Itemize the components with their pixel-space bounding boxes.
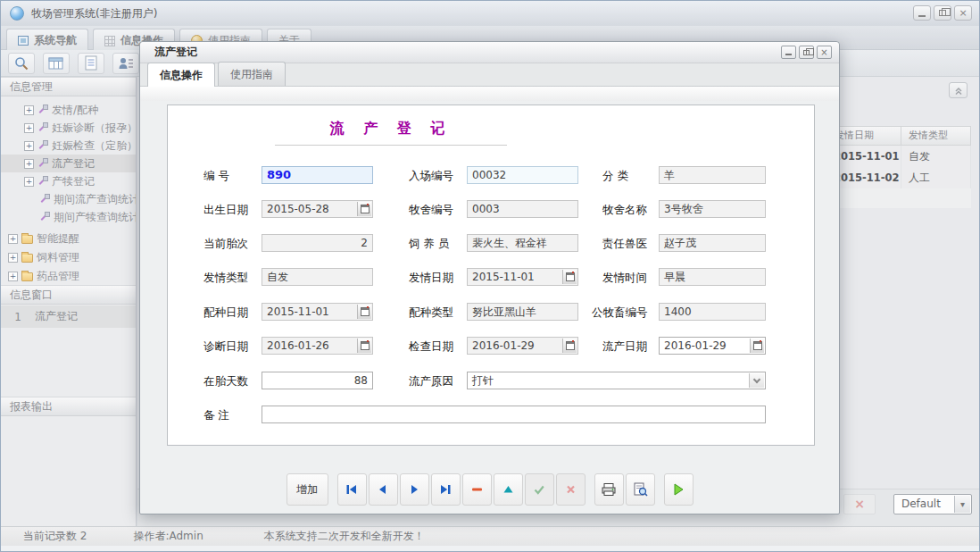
barn-no-field[interactable]: 0003 bbox=[467, 200, 578, 218]
tree-item-calving-query-stats[interactable]: 期间产犊查询统计 bbox=[1, 208, 136, 226]
add-button[interactable]: 增加 bbox=[287, 473, 328, 506]
column-header-estrus-type[interactable]: 发情类型 bbox=[901, 126, 971, 146]
style-combobox[interactable]: Default ▾ bbox=[893, 494, 972, 514]
window-title: 牧场管理系统(非注册用户) bbox=[31, 6, 157, 21]
dialog-close-button[interactable]: × bbox=[817, 46, 832, 59]
dialog-minimize-button[interactable] bbox=[781, 46, 796, 59]
dialog-restore-button[interactable] bbox=[799, 46, 814, 59]
tree-folder-smart-reminders[interactable]: + 智能提醒 bbox=[1, 230, 136, 247]
last-record-button[interactable] bbox=[431, 473, 461, 506]
table-row[interactable]: 2015-11-01 自发 bbox=[826, 146, 971, 167]
expand-icon[interactable]: + bbox=[24, 105, 34, 115]
info-window-list-item[interactable]: 1 流产登记 bbox=[1, 305, 136, 328]
tool-icon bbox=[39, 212, 50, 222]
gestation-days-field[interactable]: 88 bbox=[262, 372, 373, 389]
estrus-time-field[interactable]: 早晨 bbox=[659, 268, 766, 286]
print-button[interactable] bbox=[594, 473, 624, 506]
execute-button[interactable] bbox=[664, 473, 693, 506]
expand-icon[interactable]: + bbox=[24, 159, 34, 169]
user-list-button[interactable] bbox=[112, 53, 139, 74]
tree-item-abortion-query-stats[interactable]: 期间流产查询统计 bbox=[1, 190, 136, 208]
collapse-panel-button[interactable] bbox=[949, 82, 968, 98]
confirm-button[interactable] bbox=[525, 473, 554, 506]
expand-icon[interactable]: + bbox=[8, 253, 18, 263]
barn-name-field[interactable]: 3号牧舍 bbox=[659, 200, 766, 218]
previous-record-button[interactable] bbox=[369, 473, 398, 506]
entry-no-field[interactable]: 00032 bbox=[467, 166, 578, 184]
check-date-field[interactable]: 2016-01-29 bbox=[467, 337, 578, 355]
window-restore-button[interactable] bbox=[934, 5, 951, 21]
birth-date-field[interactable]: 2015-05-28 bbox=[262, 200, 373, 218]
last-record-icon bbox=[438, 483, 453, 496]
no-field[interactable]: 890 bbox=[262, 166, 373, 184]
window-titlebar: 牧场管理系统(非注册用户) × bbox=[1, 1, 979, 26]
tree-folder-drug-mgmt[interactable]: + 药品管理 bbox=[1, 267, 136, 285]
search-button[interactable] bbox=[8, 53, 35, 74]
first-record-button[interactable] bbox=[337, 473, 367, 506]
document-button[interactable] bbox=[78, 53, 104, 74]
table-row[interactable]: 2015-11-02 人工 bbox=[826, 167, 971, 188]
breeder-field[interactable]: 裴火生、程金祥 bbox=[467, 234, 578, 252]
tree-item-pregnancy-diagnosis[interactable]: + 妊娠诊断（报孕） bbox=[1, 119, 136, 137]
expand-icon[interactable]: + bbox=[24, 123, 34, 133]
tree-item-calving-registration[interactable]: + 产犊登记 bbox=[1, 172, 136, 190]
dropdown-arrow-button[interactable] bbox=[749, 373, 764, 388]
estrus-date-field[interactable]: 2015-11-01 bbox=[467, 268, 578, 286]
estrus-type-field[interactable]: 自发 bbox=[262, 268, 373, 286]
sidebar-section-report-output[interactable]: 报表输出 bbox=[1, 397, 136, 416]
parity-field[interactable]: 2 bbox=[262, 234, 373, 252]
expand-icon[interactable]: + bbox=[24, 141, 34, 151]
table-view-button[interactable] bbox=[43, 53, 70, 74]
breed-date-field[interactable]: 2015-11-01 bbox=[262, 303, 373, 321]
delete-record-button[interactable] bbox=[462, 473, 492, 506]
sidebar-section-info-window[interactable]: 信息窗口 bbox=[1, 285, 136, 305]
calendar-button[interactable] bbox=[750, 339, 764, 353]
printer-icon bbox=[601, 482, 617, 497]
expand-icon[interactable]: + bbox=[24, 177, 34, 187]
expand-icon[interactable]: + bbox=[8, 272, 18, 281]
tree-item-abortion-registration[interactable]: + 流产登记 bbox=[1, 155, 136, 172]
tree-item-estrus-breeding[interactable]: + 发情/配种 bbox=[1, 101, 136, 119]
tree-folder-feed-mgmt[interactable]: + 饲料管理 bbox=[1, 248, 136, 266]
category-field[interactable]: 羊 bbox=[659, 166, 766, 184]
tree-item-pregnancy-check[interactable]: + 妊娠检查（定胎） bbox=[1, 137, 136, 155]
window-minimize-button[interactable] bbox=[913, 5, 931, 21]
app-window: 牧场管理系统(非注册用户) × 系统导航 信息操作 使用指南 关于 bbox=[0, 0, 980, 552]
abortion-date-field[interactable]: 2016-01-29 bbox=[659, 337, 766, 355]
background-cancel-button[interactable]: × bbox=[843, 494, 876, 514]
expand-icon[interactable]: + bbox=[8, 234, 18, 244]
window-close-button[interactable]: × bbox=[954, 5, 972, 21]
ribbon-tab-label: 系统导航 bbox=[34, 33, 77, 48]
calendar-button[interactable] bbox=[562, 339, 577, 353]
calendar-button[interactable] bbox=[357, 305, 371, 319]
calendar-button[interactable] bbox=[357, 339, 371, 353]
field-value: 2015-05-28 bbox=[267, 203, 329, 215]
sidebar-section-info-mgmt[interactable]: 信息管理 bbox=[1, 77, 136, 96]
abortion-reason-dropdown[interactable]: 打针 bbox=[467, 372, 766, 389]
next-record-button[interactable] bbox=[400, 473, 429, 506]
diagnosis-date-field[interactable]: 2016-01-26 bbox=[262, 337, 373, 355]
calendar-button[interactable] bbox=[562, 270, 577, 284]
combobox-arrow-icon[interactable]: ▾ bbox=[954, 496, 970, 513]
field-value: 2015-11-01 bbox=[472, 271, 535, 283]
label-gestation-days: 在胎天数 bbox=[203, 374, 248, 389]
sire-no-field[interactable]: 1400 bbox=[659, 303, 766, 321]
tool-icon bbox=[37, 140, 48, 151]
breed-type-field[interactable]: 努比亚黑山羊 bbox=[467, 303, 578, 321]
edit-record-button[interactable] bbox=[494, 473, 523, 506]
status-operator: 操作者:Admin bbox=[133, 529, 203, 544]
system-nav-icon bbox=[18, 36, 29, 46]
vet-field[interactable]: 赵子茂 bbox=[659, 234, 766, 252]
dialog-tab-info-ops[interactable]: 信息操作 bbox=[147, 63, 215, 87]
calendar-button[interactable] bbox=[357, 202, 371, 216]
chevron-down-icon bbox=[753, 375, 760, 382]
tool-icon bbox=[37, 105, 48, 115]
cancel-edit-button[interactable] bbox=[556, 473, 586, 506]
first-record-icon bbox=[345, 483, 359, 496]
dialog-tab-guide[interactable]: 使用指南 bbox=[218, 62, 286, 86]
ribbon-tab-system-nav[interactable]: 系统导航 bbox=[6, 29, 88, 53]
print-preview-button[interactable] bbox=[626, 473, 655, 506]
status-record-count: 当前记录数 2 bbox=[23, 529, 87, 544]
calendar-icon bbox=[566, 272, 575, 281]
remark-field[interactable] bbox=[262, 406, 766, 423]
